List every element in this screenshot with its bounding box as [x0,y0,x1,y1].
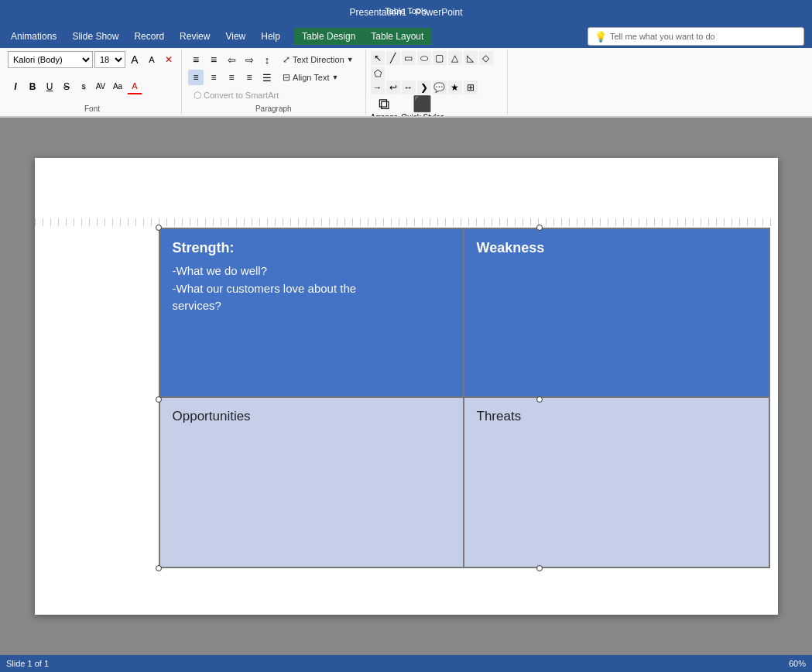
strength-line3: services? [173,297,451,315]
numbered-list-btn[interactable]: ≡ [206,52,221,67]
slide-area: Strength: -What we do well? -What our cu… [0,118,812,655]
decrease-font-btn[interactable]: A [144,52,159,67]
decrease-indent-btn[interactable]: ⇦ [224,52,239,67]
text-direction-label: Text Direction [293,55,344,64]
more-shapes-btn[interactable]: ⊞ [464,81,478,94]
quick-styles-icon: ⬛ [413,94,432,113]
bent-arrow-btn[interactable]: ↩ [386,81,400,94]
align-text-label: Align Text [293,73,330,82]
handle-bottom-center[interactable] [536,565,543,571]
font-family-select[interactable]: Kalori (Body) [8,51,93,68]
font-row-1: Kalori (Body) 18 A A ✕ [8,51,176,68]
para-row-2: ≡ ≡ ≡ ≡ ☰ ⊟ Align Text ▼ [188,69,359,86]
callout-shape-btn[interactable]: 💬 [433,81,447,94]
text-direction-dropdown-icon: ▼ [347,56,354,63]
ruler-top [35,218,778,226]
convert-smartart-label: Convert to SmartArt [204,91,279,100]
align-text-btn[interactable]: ⊟ Align Text ▼ [277,69,344,86]
tab-table-layout[interactable]: Table Layout [363,28,431,45]
align-justify-btn[interactable]: ≡ [242,70,257,85]
handle-top-left[interactable] [156,225,162,231]
font-group-label: Font [8,105,176,113]
drawing-btns-row: ⧉ Arrange ⬛ Quick Styles [371,94,502,118]
paragraph-group: ≡ ≡ ⇦ ⇨ ↕ ⤢ Text Direction ▼ ≡ ≡ ≡ ≡ ☰ ⊟… [182,50,366,115]
tab-review[interactable]: Review [172,28,218,45]
underline-btn[interactable]: U [42,79,57,94]
bold-btn[interactable]: I [8,79,23,94]
align-center-btn[interactable]: ≡ [206,70,221,85]
font-row-2: I B U S s AV Aa A [8,79,176,94]
cursor-shape-btn[interactable]: ↖ [371,51,385,65]
tab-animations[interactable]: Animations [3,28,64,45]
triangle-shape-btn[interactable]: △ [448,51,462,65]
increase-indent-btn[interactable]: ⇨ [242,52,257,67]
rect-shape-btn[interactable]: ▭ [402,51,416,65]
strength-line1: -What we do well? [173,262,451,280]
strength-line2: -What our customers love about the [173,280,451,298]
para-row-1: ≡ ≡ ⇦ ⇨ ↕ ⤢ Text Direction ▼ [188,51,359,68]
arrow-shape-btn[interactable]: → [371,81,385,94]
title-bar: Presentation1 - PowerPoint Table Tools [0,0,812,25]
slide-canvas: Strength: -What we do well? -What our cu… [35,158,778,615]
tell-me-placeholder: Tell me what you want to do [610,32,715,41]
strikethrough-btn[interactable]: S [59,79,74,94]
pentagon-shape-btn[interactable]: ⬠ [371,67,385,81]
columns-btn[interactable]: ☰ [259,70,275,85]
quick-styles-btn[interactable]: ⬛ Quick Styles [401,94,444,118]
double-arrow-btn[interactable]: ↔ [402,81,416,94]
handle-mid-left[interactable] [156,396,162,403]
tell-me-bar[interactable]: 💡 Tell me what you want to do [588,27,804,46]
tab-help[interactable]: Help [253,28,288,45]
tab-table-design[interactable]: Table Design [294,28,363,45]
star-shape-btn[interactable]: ★ [448,81,462,94]
line-spacing-btn[interactable]: ↕ [259,52,275,67]
char-spacing-btn[interactable]: AV [93,79,108,94]
threats-cell[interactable]: Threats [464,398,769,567]
handle-top-right[interactable] [536,225,543,231]
tab-record[interactable]: Record [126,28,172,45]
handle-bottom-left[interactable] [156,565,162,571]
strength-cell[interactable]: Strength: -What we do well? -What our cu… [160,229,464,398]
clear-format-btn[interactable]: ✕ [161,52,176,67]
arrange-btn[interactable]: ⧉ Arrange [371,95,399,118]
arrange-icon: ⧉ [379,95,389,113]
drawing-group: ↖ ╱ ▭ ⬭ ▢ △ ◺ ◇ ⬠ → ↩ ↔ ❯ 💬 ★ ⊞ ⧉ Arrang… [366,50,508,115]
rounded-rect-btn[interactable]: ▢ [433,51,447,65]
zoom-level: 60% [789,659,806,668]
chevron-shape-btn[interactable]: ❯ [417,81,431,94]
shadow-btn[interactable]: s [76,79,91,94]
weakness-cell[interactable]: Weakness [464,229,769,398]
diamond-shape-btn[interactable]: ◇ [479,51,493,65]
opportunities-title: Opportunities [173,409,451,424]
tab-slideshow[interactable]: Slide Show [64,28,126,45]
weakness-title: Weakness [477,240,756,256]
handle-mid-center[interactable] [536,396,543,403]
shapes-row-1: ↖ ╱ ▭ ⬭ ▢ △ ◺ ◇ ⬠ [371,51,502,81]
font-color-btn[interactable]: A [127,79,142,94]
swot-table: Strength: -What we do well? -What our cu… [159,228,770,568]
shapes-row-2: → ↩ ↔ ❯ 💬 ★ ⊞ [371,81,502,94]
oval-shape-btn[interactable]: ⬭ [417,51,431,65]
font-size-select[interactable]: 18 [94,51,125,68]
strength-title: Strength: [173,240,451,256]
status-bar: Slide 1 of 1 60% [0,655,812,672]
bullet-list-btn[interactable]: ≡ [188,52,204,67]
text-direction-icon: ⤢ [283,54,290,65]
threats-title: Threats [477,409,756,424]
ribbon-content: Kalori (Body) 18 A A ✕ I B U S s AV Aa A… [0,48,812,118]
text-direction-btn[interactable]: ⤢ Text Direction ▼ [277,51,359,68]
align-left-btn[interactable]: ≡ [188,70,204,85]
align-right-btn[interactable]: ≡ [224,70,239,85]
right-triangle-btn[interactable]: ◺ [464,51,478,65]
increase-font-btn[interactable]: A [127,52,142,67]
convert-smartart-btn[interactable]: ⬡ Convert to SmartArt [188,87,284,104]
tab-view[interactable]: View [218,28,253,45]
status-text: Slide 1 of 1 [6,659,49,668]
font-group: Kalori (Body) 18 A A ✕ I B U S s AV Aa A… [3,50,182,115]
line-shape-btn[interactable]: ╱ [386,51,400,65]
smartart-icon: ⬡ [194,90,201,101]
tell-me-icon: 💡 [594,31,607,43]
opportunities-cell[interactable]: Opportunities [160,398,464,567]
italic-btn[interactable]: B [25,79,40,94]
change-case-btn[interactable]: Aa [110,79,125,94]
